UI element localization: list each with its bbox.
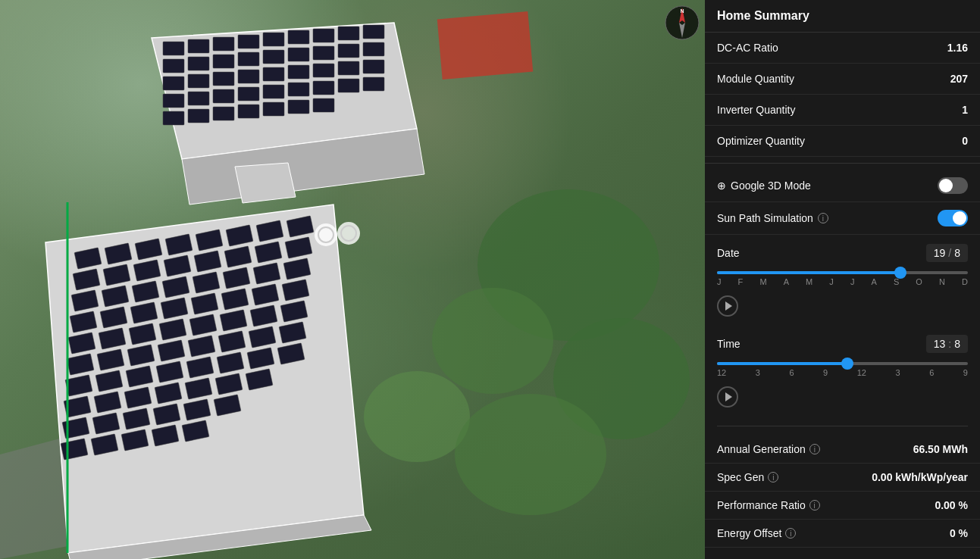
svg-rect-45: [188, 109, 209, 123]
annual-gen-row: Annual Generation i 66.50 MWh: [705, 436, 980, 464]
divider-1: [705, 163, 980, 164]
google-3d-row: ⊕ Google 3D Mode: [705, 170, 980, 202]
time-slider-container: 12 3 6 9 12 3 6 9: [717, 359, 968, 383]
time-section: Time 13 : 8 12 3 6 9 12 3 6 9: [705, 326, 980, 417]
date-play-icon: [725, 301, 732, 311]
svg-rect-40: [288, 83, 309, 96]
time-slider-thumb[interactable]: [841, 358, 853, 370]
svg-rect-20: [238, 52, 259, 66]
module-quantity-row: Module Quantity 207: [705, 64, 980, 95]
date-slider-container: J F M A M J J A S O N D: [717, 268, 968, 292]
google-3d-knob: [939, 179, 953, 192]
spec-gen-value: 0.00 kWh/kWp/year: [872, 471, 968, 483]
svg-rect-30: [263, 67, 284, 81]
svg-rect-43: [363, 77, 384, 91]
svg-rect-36: [188, 92, 209, 105]
map-view[interactable]: N: [0, 0, 705, 559]
svg-point-4: [455, 394, 606, 515]
sun-path-info-icon[interactable]: i: [818, 213, 828, 223]
sun-path-toggle[interactable]: [938, 210, 968, 226]
date-slider-track[interactable]: [717, 271, 968, 274]
google-3d-label: ⊕ Google 3D Mode: [717, 180, 811, 192]
energy-offset-row: Energy Offset i 0 %: [705, 520, 980, 548]
svg-rect-28: [213, 72, 234, 86]
svg-rect-8: [163, 42, 184, 55]
time-label: Time: [717, 338, 740, 350]
svg-rect-34: [363, 60, 384, 73]
svg-rect-26: [163, 77, 184, 90]
date-slider-labels: J F M A M J J A S O N D: [717, 277, 968, 286]
optimizer-quantity-label: Optimizer Quantity: [717, 135, 805, 147]
svg-rect-33: [338, 61, 359, 75]
globe-icon: ⊕: [717, 180, 726, 192]
module-quantity-label: Module Quantity: [717, 73, 794, 85]
svg-rect-41: [313, 81, 334, 95]
perf-ratio-label: Performance Ratio i: [717, 499, 820, 511]
time-row: Time 13 : 8: [717, 335, 968, 353]
time-play-button[interactable]: [717, 386, 738, 408]
svg-rect-29: [238, 70, 259, 83]
date-separator: /: [948, 247, 951, 259]
optimizer-quantity-value: 0: [962, 135, 968, 147]
compass: N: [663, 4, 701, 42]
svg-point-1: [432, 288, 553, 394]
divider-2: [717, 426, 968, 426]
inverter-quantity-label: Inverter Quantity: [717, 104, 796, 116]
module-quantity-value: 207: [950, 73, 968, 85]
svg-rect-24: [338, 44, 359, 58]
svg-rect-13: [288, 30, 309, 44]
date-section: Date 19 / 8 J F M A M J J A S: [705, 235, 980, 326]
annual-gen-value: 66.50 MWh: [913, 443, 968, 455]
svg-rect-16: [363, 25, 384, 39]
energy-offset-label: Energy Offset i: [717, 527, 796, 539]
inverter-quantity-value: 1: [962, 104, 968, 116]
time-play-icon: [725, 392, 732, 401]
svg-rect-49: [288, 100, 309, 114]
svg-text:N: N: [680, 8, 684, 14]
svg-rect-9: [188, 39, 209, 53]
annual-gen-info-icon[interactable]: i: [809, 444, 820, 454]
time-slider-labels: 12 3 6 9 12 3 6 9: [717, 368, 968, 377]
panel-title: Home Summary: [717, 9, 809, 22]
dc-ac-ratio-value: 1.16: [947, 42, 968, 54]
svg-rect-19: [213, 55, 234, 68]
spec-gen-label: Spec Gen i: [717, 471, 778, 483]
svg-rect-11: [238, 35, 259, 48]
google-3d-toggle[interactable]: [938, 177, 968, 194]
svg-rect-46: [213, 107, 234, 120]
svg-rect-22: [288, 48, 309, 61]
buildings-overlay: [0, 0, 705, 559]
inverter-quantity-row: Inverter Quantity 1: [705, 95, 980, 126]
sun-path-label: Sun Path Simulation i: [717, 212, 828, 224]
date-slider-thumb[interactable]: [894, 267, 906, 279]
annual-gen-label: Annual Generation i: [717, 443, 820, 455]
svg-rect-31: [288, 65, 309, 79]
svg-rect-47: [238, 105, 259, 118]
svg-point-3: [364, 371, 470, 462]
panel-header: Home Summary: [705, 0, 980, 33]
svg-rect-50: [313, 98, 334, 112]
sun-path-row: Sun Path Simulation i: [705, 202, 980, 235]
time-slider-fill: [717, 362, 847, 365]
svg-rect-42: [338, 79, 359, 92]
svg-rect-44: [163, 111, 184, 125]
svg-rect-21: [263, 50, 284, 64]
svg-rect-25: [363, 42, 384, 56]
svg-rect-27: [188, 74, 209, 88]
optimizer-quantity-row: Optimizer Quantity 0: [705, 126, 980, 157]
perf-ratio-info-icon[interactable]: i: [809, 500, 820, 511]
energy-offset-info-icon[interactable]: i: [785, 528, 796, 539]
date-day: 19: [934, 247, 946, 259]
time-slider-track[interactable]: [717, 362, 968, 365]
svg-rect-18: [188, 57, 209, 70]
sun-path-knob: [953, 211, 966, 225]
date-value: 19 / 8: [926, 244, 968, 262]
svg-rect-23: [313, 46, 334, 60]
perf-ratio-row: Performance Ratio i 0.00 %: [705, 492, 980, 520]
perf-ratio-value: 0.00 %: [935, 499, 968, 511]
right-panel: Home Summary DC-AC Ratio 1.16 Module Qua…: [705, 0, 980, 559]
date-play-button[interactable]: [717, 295, 738, 317]
spec-gen-info-icon[interactable]: i: [768, 472, 778, 482]
time-hour: 13: [934, 338, 946, 350]
svg-rect-12: [263, 33, 284, 46]
